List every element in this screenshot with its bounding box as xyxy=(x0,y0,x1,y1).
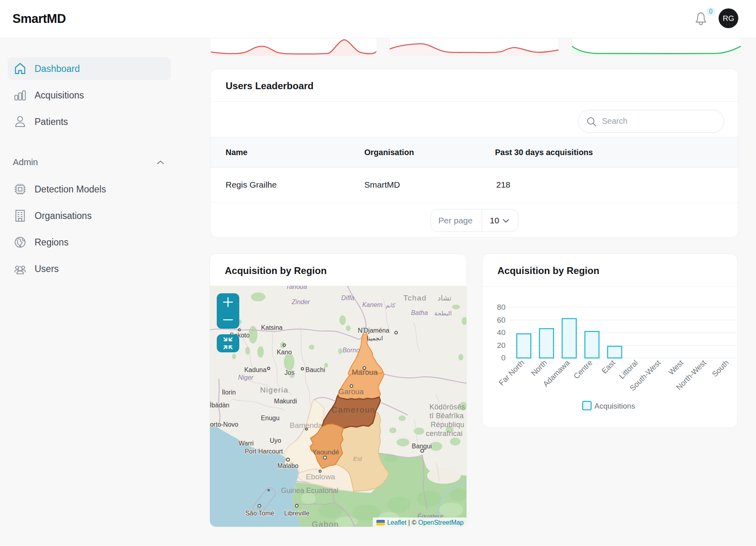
svg-text:East: East xyxy=(600,358,617,375)
svg-text:Niger: Niger xyxy=(238,374,254,381)
svg-text:Guinea Ecuatorial: Guinea Ecuatorial xyxy=(281,487,338,495)
svg-text:Zinder: Zinder xyxy=(291,299,310,305)
svg-text:North: North xyxy=(530,358,549,378)
svg-text:Kanem: Kanem xyxy=(362,301,383,308)
svg-text:São Tomé: São Tomé xyxy=(245,510,274,517)
svg-text:Nigeria: Nigeria xyxy=(260,386,289,394)
svg-text:Acquisitions: Acquisitions xyxy=(594,402,635,410)
svg-text:Est: Est xyxy=(353,455,362,462)
svg-text:Enugu: Enugu xyxy=(261,415,279,421)
svg-text:centrafricai: centrafricai xyxy=(426,429,463,438)
svg-text:Gabon: Gabon xyxy=(312,520,339,527)
svg-text:Uyo: Uyo xyxy=(270,437,281,444)
svg-text:البطحة: البطحة xyxy=(434,310,452,317)
svg-text:Ìbàdàn: Ìbàdàn xyxy=(210,401,229,409)
svg-text:80: 80 xyxy=(497,303,505,311)
svg-text:Malabo: Malabo xyxy=(277,462,299,469)
svg-text:Far North: Far North xyxy=(497,358,526,387)
svg-text:Kano: Kano xyxy=(277,349,292,356)
svg-text:tî Bêafrîka: tî Bêafrîka xyxy=(429,412,464,420)
svg-text:Port Harcourt: Port Harcourt xyxy=(244,448,283,455)
svg-text:Tchad: Tchad xyxy=(403,294,427,302)
svg-text:60: 60 xyxy=(497,316,505,324)
svg-text:Tahoua: Tahoua xyxy=(286,286,307,290)
svg-text:20: 20 xyxy=(497,341,505,350)
svg-text:تشاد: تشاد xyxy=(438,294,452,302)
svg-text:Jos: Jos xyxy=(285,369,295,376)
svg-text:Diffa: Diffa xyxy=(341,294,355,301)
svg-text:Ködörösês: Ködörösês xyxy=(429,403,465,411)
svg-text:Littoral: Littoral xyxy=(617,358,639,380)
svg-text:Républiqu: Républiqu xyxy=(431,421,464,429)
svg-text:Makurdi: Makurdi xyxy=(274,398,297,405)
svg-text:South: South xyxy=(710,358,730,378)
svg-text:Katsina: Katsina xyxy=(261,324,282,331)
svg-text:Ebolowa: Ebolowa xyxy=(306,472,335,481)
svg-text:Batha: Batha xyxy=(411,309,428,316)
svg-text:West: West xyxy=(667,358,685,376)
svg-text:0: 0 xyxy=(501,354,505,362)
svg-text:Yaoundé: Yaoundé xyxy=(312,448,339,456)
svg-text:Porto-Novo: Porto-Novo xyxy=(210,421,238,428)
svg-text:Garoua: Garoua xyxy=(338,387,364,396)
svg-text:Bauchi: Bauchi xyxy=(306,366,325,373)
svg-text:كانم: كانم xyxy=(386,302,395,309)
svg-text:Centre: Centre xyxy=(572,358,594,380)
svg-text:N'Djaména: N'Djaména xyxy=(358,327,390,334)
svg-text:Libreville: Libreville xyxy=(284,510,309,517)
svg-text:İlorin: İlorin xyxy=(222,389,236,396)
svg-text:40: 40 xyxy=(497,328,505,337)
svg-text:Warri: Warri xyxy=(238,440,254,447)
svg-text:انجمينا: انجمينا xyxy=(367,335,383,342)
svg-text:Kaduna: Kaduna xyxy=(244,366,266,373)
svg-text:Borno: Borno xyxy=(343,347,360,354)
svg-text:Cameroun: Cameroun xyxy=(331,405,375,414)
svg-text:Bangui: Bangui xyxy=(412,443,432,450)
